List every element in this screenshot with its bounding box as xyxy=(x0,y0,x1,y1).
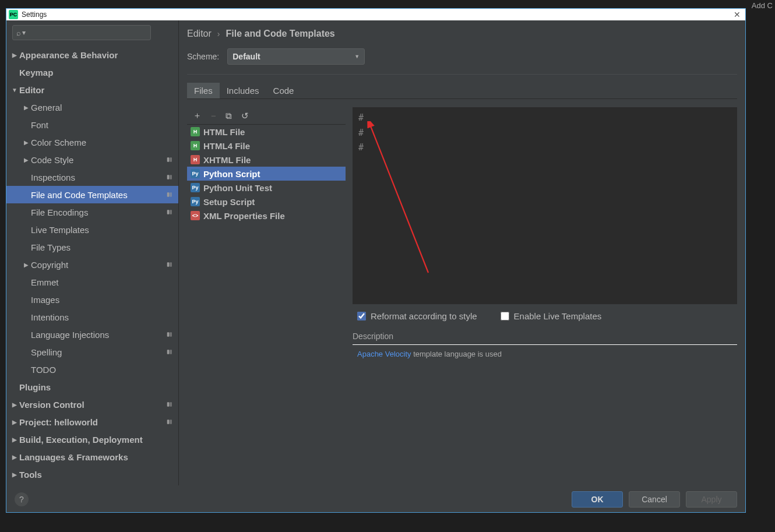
template-row-setup-script[interactable]: PySetup Script xyxy=(187,195,346,209)
template-label: HTML File xyxy=(203,127,245,137)
template-row-html-file[interactable]: HHTML File xyxy=(187,125,346,139)
help-button[interactable]: ? xyxy=(15,492,29,506)
tree-item-code-style[interactable]: ▶Code Style xyxy=(6,151,178,168)
live-templates-label: Enable Live Templates xyxy=(514,311,602,321)
tree-item-keymap[interactable]: Keymap xyxy=(6,64,178,81)
breadcrumb: Editor › File and Code Templates xyxy=(187,25,737,48)
tree-item-label: Inspections xyxy=(31,172,75,182)
tree-item-label: Editor xyxy=(19,85,44,95)
tree-item-file-and-code-templates[interactable]: File and Code Templates xyxy=(6,186,178,203)
breadcrumb-root[interactable]: Editor xyxy=(187,29,212,39)
tree-item-project-helloworld[interactable]: ▶Project: helloworld xyxy=(6,413,178,431)
settings-tree[interactable]: ▶Appearance & BehaviorKeymap▼Editor▶Gene… xyxy=(6,45,178,485)
search-input[interactable]: ⌕ ▾ xyxy=(12,25,151,40)
tree-item-color-scheme[interactable]: ▶Color Scheme xyxy=(6,133,178,151)
description-text: template language is used xyxy=(411,350,502,358)
template-row-python-unit-test[interactable]: PyPython Unit Test xyxy=(187,181,346,195)
copy-template-button[interactable]: ⧉ xyxy=(226,111,232,121)
svg-rect-8 xyxy=(167,262,170,267)
tree-item-label: Live Templates xyxy=(31,225,89,235)
tree-item-label: Language Injections xyxy=(31,330,109,340)
tree-item-spelling[interactable]: Spelling xyxy=(6,343,178,361)
apply-button[interactable]: Apply xyxy=(686,491,737,508)
editor-line: # xyxy=(358,140,731,156)
tree-item-label: Spelling xyxy=(31,347,62,357)
apache-velocity-link[interactable]: Apache Velocity xyxy=(357,350,411,358)
tree-item-label: Project: helloworld xyxy=(19,417,98,427)
tree-item-language-injections[interactable]: Language Injections xyxy=(6,326,178,343)
template-row-xml-properties-file[interactable]: <>XML Properties File xyxy=(187,209,346,223)
tree-item-font[interactable]: Font xyxy=(6,116,178,133)
expand-arrow-icon: ▶ xyxy=(9,454,20,460)
scheme-label: Scheme: xyxy=(187,52,219,61)
tree-item-plugins[interactable]: Plugins xyxy=(6,378,178,396)
tree-item-build-execution-deployment[interactable]: ▶Build, Execution, Deployment xyxy=(6,431,178,448)
tree-item-label: Appearance & Behavior xyxy=(19,50,118,60)
tree-item-label: Version Control xyxy=(19,400,84,410)
svg-rect-4 xyxy=(167,192,170,197)
reformat-label: Reformat according to style xyxy=(371,311,477,321)
close-button[interactable]: ✕ xyxy=(731,10,743,19)
live-templates-checkbox[interactable]: Enable Live Templates xyxy=(501,311,602,321)
cancel-button[interactable]: Cancel xyxy=(629,491,680,508)
scope-icon xyxy=(167,330,174,340)
svg-rect-0 xyxy=(167,157,170,162)
svg-rect-13 xyxy=(170,350,172,354)
tree-item-images[interactable]: Images xyxy=(6,291,178,308)
tree-item-copyright[interactable]: ▶Copyright xyxy=(6,256,178,273)
ok-button[interactable]: OK xyxy=(572,491,623,508)
tree-item-file-types[interactable]: File Types xyxy=(6,238,178,256)
template-row-html4-file[interactable]: HHTML4 File xyxy=(187,139,346,153)
expand-arrow-icon: ▶ xyxy=(9,401,20,408)
scheme-combobox[interactable]: Default ▼ xyxy=(227,48,365,65)
file-type-icon: Py xyxy=(191,197,200,206)
expand-arrow-icon: ▶ xyxy=(9,471,20,478)
remove-template-button[interactable]: − xyxy=(211,111,216,121)
tree-item-todo[interactable]: TODO xyxy=(6,361,178,378)
template-list[interactable]: HHTML FileHHTML4 FileHXHTML FilePyPython… xyxy=(187,125,346,485)
tree-item-live-templates[interactable]: Live Templates xyxy=(6,221,178,238)
description-label: Description xyxy=(353,325,737,343)
tab-files[interactable]: Files xyxy=(187,83,220,98)
search-icon: ⌕ xyxy=(16,29,21,37)
settings-dialog: PC Settings ✕ ⌕ ▾ ▶Appearance & Behavior… xyxy=(6,8,746,513)
tree-item-tools[interactable]: ▶Tools xyxy=(6,466,178,483)
file-type-icon: Py xyxy=(191,183,200,192)
pycharm-icon: PC xyxy=(9,10,18,19)
template-row-python-script[interactable]: PyPython Script xyxy=(187,167,346,181)
tree-item-label: Keymap xyxy=(19,68,53,77)
tree-item-label: File Encodings xyxy=(31,207,88,217)
description-box: Apache Velocity template language is use… xyxy=(353,344,737,485)
tree-item-intentions[interactable]: Intentions xyxy=(6,308,178,326)
expand-arrow-icon: ▶ xyxy=(9,419,20,425)
scope-icon xyxy=(167,400,174,410)
tree-item-general[interactable]: ▶General xyxy=(6,98,178,116)
expand-arrow-icon: ▶ xyxy=(20,262,32,268)
file-type-icon: H xyxy=(191,155,200,164)
search-caret-icon: ▾ xyxy=(22,29,26,37)
add-template-button[interactable]: ＋ xyxy=(193,110,202,121)
tree-item-emmet[interactable]: Emmet xyxy=(6,273,178,291)
tree-item-inspections[interactable]: Inspections xyxy=(6,168,178,186)
expand-arrow-icon: ▶ xyxy=(20,157,32,163)
svg-rect-14 xyxy=(167,402,170,407)
reformat-checkbox[interactable]: Reformat according to style xyxy=(357,311,477,321)
tree-item-languages-frameworks[interactable]: ▶Languages & Frameworks xyxy=(6,448,178,466)
scope-icon xyxy=(167,207,174,217)
tree-item-label: Emmet xyxy=(31,277,59,287)
expand-arrow-icon: ▶ xyxy=(9,436,20,443)
scope-icon xyxy=(167,347,174,357)
tab-code[interactable]: Code xyxy=(266,83,301,98)
tab-includes[interactable]: Includes xyxy=(220,83,266,98)
tree-item-editor[interactable]: ▼Editor xyxy=(6,81,178,98)
reset-template-button[interactable]: ↺ xyxy=(241,111,249,121)
tree-item-label: File Types xyxy=(31,242,71,252)
file-type-icon: Py xyxy=(191,169,200,178)
scope-icon xyxy=(167,155,174,165)
template-row-xhtml-file[interactable]: HXHTML File xyxy=(187,153,346,167)
template-editor[interactable]: ### xyxy=(353,107,737,304)
tree-item-appearance-behavior[interactable]: ▶Appearance & Behavior xyxy=(6,46,178,64)
svg-rect-9 xyxy=(170,262,172,267)
tree-item-version-control[interactable]: ▶Version Control xyxy=(6,396,178,413)
tree-item-file-encodings[interactable]: File Encodings xyxy=(6,203,178,221)
